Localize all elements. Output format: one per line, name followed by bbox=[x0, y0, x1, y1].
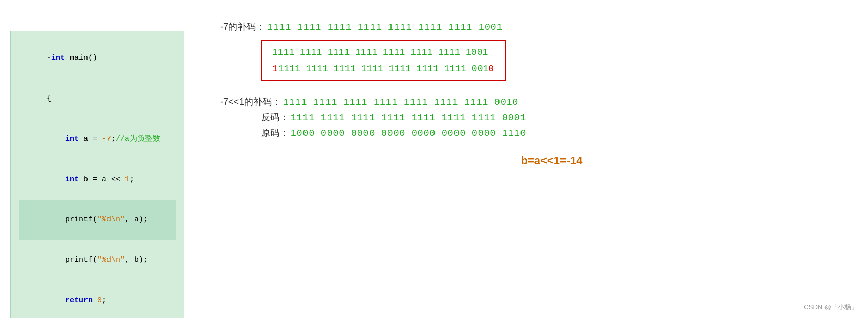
shift-visualization-box: 1111 1111 1111 1111 1111 1111 1111 1001 … bbox=[261, 40, 506, 81]
code-line-5: printf("%d\n", a); bbox=[19, 200, 176, 240]
neg7-shift-complement-row: -7<<1的补码： 1111 1111 1111 1111 1111 1111 … bbox=[220, 96, 842, 108]
semicolon-ret: ; bbox=[102, 296, 106, 305]
original-row: 原码： 1000 0000 0000 0000 0000 0000 0000 1… bbox=[220, 126, 842, 139]
shift-main: 1111 1111 1111 1111 1111 1111 1111 001 bbox=[278, 63, 488, 74]
keyword-return: return bbox=[65, 296, 93, 305]
num-1: 1 bbox=[125, 175, 129, 184]
printf-a: printf( bbox=[65, 215, 97, 224]
code-line-7: return 0; bbox=[19, 281, 176, 319]
page-container: -int main() { int a = -7;//a为负整数 int b =… bbox=[0, 0, 868, 318]
neg7-complement-binary: 1111 1111 1111 1111 1111 1111 1111 1001 bbox=[267, 22, 503, 32]
str-fmt-b: "%d\n" bbox=[97, 256, 125, 264]
dash-icon: - bbox=[47, 54, 51, 62]
indent5 bbox=[47, 296, 65, 305]
code-line-3: int a = -7;//a为负整数 bbox=[19, 119, 176, 160]
printf-b-args: , b); bbox=[125, 256, 148, 264]
shift-row-2: 11111 1111 1111 1111 1111 1111 1111 0010 bbox=[272, 60, 494, 77]
inverse-label: 反码： bbox=[261, 111, 289, 123]
neg7-shift-binary: 1111 1111 1111 1111 1111 1111 1111 0010 bbox=[283, 97, 518, 108]
inverse-binary: 1111 1111 1111 1111 1111 1111 1111 0001 bbox=[291, 113, 526, 123]
indent bbox=[47, 135, 65, 143]
num-zero: 0 bbox=[97, 296, 102, 305]
var-a: a = bbox=[79, 135, 102, 143]
fn-main: main() bbox=[65, 54, 97, 62]
inverse-row: 反码： 1111 1111 1111 1111 1111 1111 1111 0… bbox=[220, 111, 842, 123]
code-line-2: { bbox=[19, 79, 176, 119]
code-line-1: -int main() bbox=[19, 38, 176, 79]
shift-prefix: 1 bbox=[272, 63, 278, 74]
code-panel: -int main() { int a = -7;//a为负整数 int b =… bbox=[10, 31, 184, 318]
var-b: b = a << bbox=[79, 175, 125, 184]
printf-a-args: , a); bbox=[125, 215, 148, 224]
shift-suffix: 0 bbox=[488, 63, 494, 74]
brace-open: { bbox=[47, 94, 51, 103]
code-line-4: int b = a << 1; bbox=[19, 159, 176, 200]
watermark: CSDN @「小杨」 bbox=[804, 303, 858, 312]
indent4 bbox=[47, 256, 65, 264]
keyword-int: int bbox=[51, 54, 65, 62]
shift-row-1: 1111 1111 1111 1111 1111 1111 1111 1001 bbox=[272, 44, 494, 60]
explanation-panel: -7的补码： 1111 1111 1111 1111 1111 1111 111… bbox=[205, 10, 858, 308]
num-neg7: -7 bbox=[102, 135, 111, 143]
printf-b: printf( bbox=[65, 256, 97, 264]
keyword-int-a: int bbox=[65, 135, 79, 143]
str-fmt-a: "%d\n" bbox=[97, 215, 125, 224]
return-val bbox=[93, 296, 97, 305]
keyword-int-b: int bbox=[65, 175, 79, 184]
formula-label: b=a<<1=-14 bbox=[220, 154, 842, 167]
semicolon-b: ; bbox=[129, 175, 134, 184]
neg7-complement-row: -7的补码： 1111 1111 1111 1111 1111 1111 111… bbox=[220, 20, 842, 33]
original-binary: 1000 0000 0000 0000 0000 0000 0000 1110 bbox=[291, 128, 526, 138]
neg7-shift-label: -7<<1的补码： bbox=[220, 96, 281, 108]
indent3 bbox=[47, 215, 65, 224]
semicolon-a: ; bbox=[111, 135, 116, 143]
original-label: 原码： bbox=[261, 126, 289, 139]
neg7-complement-label: -7的补码： bbox=[220, 20, 265, 33]
code-line-6: printf("%d\n", b); bbox=[19, 240, 176, 281]
indent2 bbox=[47, 175, 65, 184]
comment-a: //a为负整数 bbox=[116, 135, 160, 143]
